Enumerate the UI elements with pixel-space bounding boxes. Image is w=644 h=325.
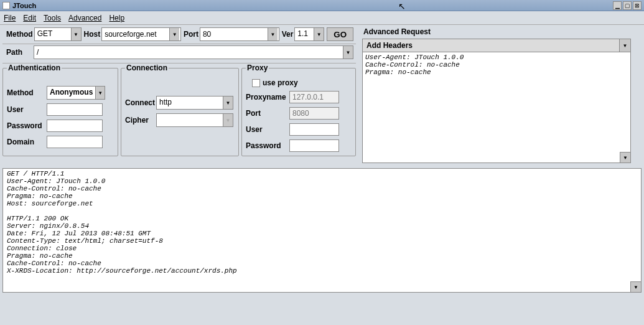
ver-select[interactable]: 1.1 ▼ — [294, 27, 324, 41]
menu-tools[interactable]: Tools — [44, 14, 61, 22]
headers-textarea[interactable]: User-Agent: JTouch 1.0.0 Cache-Control: … — [362, 52, 631, 163]
chevron-down-icon[interactable]: ▼ — [343, 46, 353, 59]
cipher-label: Cipher — [125, 116, 156, 125]
chevron-down-icon[interactable]: ▼ — [95, 87, 105, 99]
app-icon — [2, 2, 10, 9]
path-label: Path — [5, 45, 34, 59]
output-textarea[interactable]: GET / HTTP/1.1 User-Agent: JTouch 1.0.0 … — [2, 168, 642, 293]
proxy-pass-label: Password — [246, 141, 289, 150]
auth-group: Authentication Method Anonymous ▼ User P… — [2, 64, 118, 156]
proxy-group: Proxy use proxy Proxyname Port User Pass… — [241, 64, 356, 156]
maximize-button[interactable]: ▢ — [623, 1, 632, 10]
chevron-down-icon[interactable]: ▼ — [268, 28, 278, 40]
ver-label: Ver — [281, 27, 295, 41]
scroll-down-icon[interactable]: ▼ — [630, 281, 642, 293]
menu-edit[interactable]: Edit — [23, 14, 36, 22]
connect-label: Connect — [125, 98, 156, 107]
method-label: Method — [5, 27, 34, 41]
proxy-port-input[interactable] — [289, 107, 339, 120]
chevron-down-icon: ▼ — [223, 114, 233, 126]
host-label: Host — [83, 27, 102, 41]
chevron-down-icon[interactable]: ▼ — [223, 97, 233, 109]
proxy-user-input[interactable] — [289, 123, 339, 136]
adv-request-title: Advanced Request — [362, 25, 631, 39]
conn-group: Connection Connect http ▼ Cipher ▼ — [121, 64, 239, 156]
auth-pass-label: Password — [7, 121, 47, 130]
method-select[interactable]: GET ▼ — [34, 27, 82, 41]
menubar: File Edit Tools Advanced Help — [0, 11, 644, 25]
chevron-down-icon[interactable]: ▼ — [169, 28, 179, 40]
connect-select[interactable]: http ▼ — [156, 96, 233, 110]
chevron-down-icon[interactable]: ▼ — [619, 39, 630, 52]
auth-pass-input[interactable] — [47, 120, 103, 132]
proxyname-label: Proxyname — [246, 93, 289, 101]
host-input[interactable]: ▼ — [101, 27, 181, 41]
port-input[interactable]: ▼ — [200, 27, 279, 41]
go-button[interactable]: GO — [327, 27, 353, 41]
auth-method-select[interactable]: Anonymous ▼ — [47, 86, 105, 100]
menu-file[interactable]: File — [4, 14, 16, 22]
use-proxy-label: use proxy — [263, 78, 298, 87]
chevron-down-icon[interactable]: ▼ — [314, 28, 324, 40]
conn-legend: Connection — [125, 64, 169, 72]
use-proxy-checkbox[interactable] — [252, 79, 260, 87]
proxy-pass-input[interactable] — [289, 139, 339, 152]
proxy-port-label: Port — [246, 109, 289, 118]
minimize-button[interactable]: ▁ — [613, 1, 622, 10]
window-title: JTouch — [12, 2, 613, 9]
path-input[interactable]: ▼ — [34, 45, 353, 59]
auth-user-input[interactable] — [47, 103, 103, 116]
auth-user-label: User — [7, 105, 47, 114]
auth-domain-label: Domain — [7, 138, 47, 146]
menu-help[interactable]: Help — [109, 14, 124, 22]
proxyname-input[interactable] — [289, 91, 339, 103]
proxy-user-label: User — [246, 125, 289, 134]
cipher-select: ▼ — [156, 113, 233, 127]
add-headers-select[interactable]: Add Headers ▼ — [362, 39, 631, 52]
auth-legend: Authentication — [7, 64, 62, 72]
close-button[interactable]: ⊠ — [633, 1, 642, 10]
menu-advanced[interactable]: Advanced — [68, 14, 101, 22]
port-label: Port — [182, 27, 200, 41]
scroll-down-icon[interactable]: ▼ — [620, 152, 631, 163]
titlebar: JTouch ↖ ▁ ▢ ⊠ — [0, 0, 644, 11]
auth-domain-input[interactable] — [47, 136, 103, 148]
proxy-legend: Proxy — [246, 64, 269, 72]
chevron-down-icon[interactable]: ▼ — [71, 28, 81, 40]
auth-method-label: Method — [7, 88, 47, 97]
